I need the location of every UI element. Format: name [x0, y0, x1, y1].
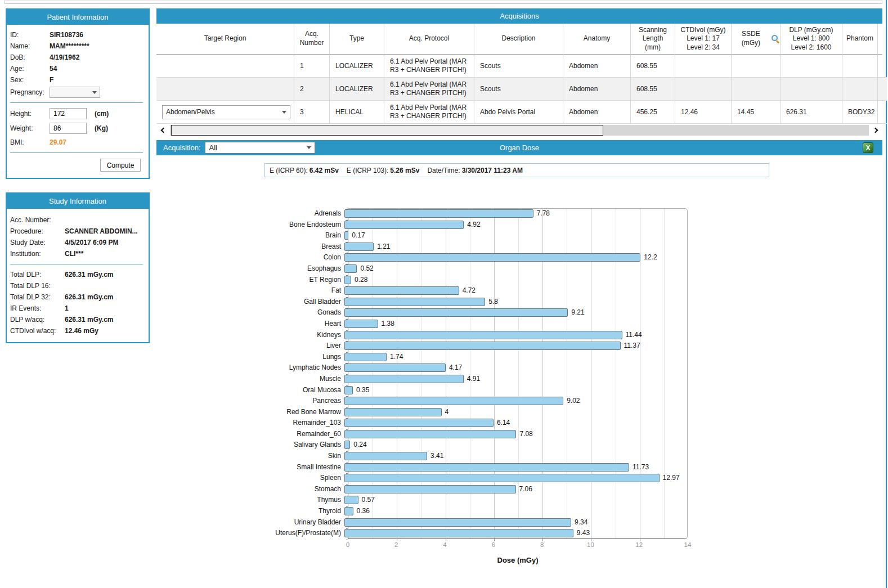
column-header-line: Target Region [204, 34, 246, 43]
acquisition-cell-acq_number: 2 [294, 78, 330, 101]
column-header-line: SSDE (mGy) [733, 30, 769, 47]
chart-bar-track: 0.57 [344, 495, 684, 506]
chart-bar-value: 0.17 [352, 230, 365, 241]
divider [10, 102, 143, 103]
column-header: Anatomy [563, 24, 631, 55]
study-field-row: Total DLP:626.31 mGy.cm [10, 269, 143, 280]
x-axis-tick-label: 6 [486, 541, 501, 548]
column-header-text: Target Region [204, 34, 246, 43]
chart-bar-value: 1.21 [377, 241, 390, 253]
chart-bar [344, 308, 568, 317]
chart-bar [344, 231, 348, 240]
study-field-label: CTDIvol w/acq: [10, 327, 65, 335]
scroll-right-icon[interactable] [873, 128, 878, 133]
chart-category-label: ET Region [246, 275, 344, 286]
chart-category-label: Esophagus [246, 263, 344, 275]
column-header-text: Type [349, 34, 364, 43]
chart-bar-value: 1.74 [390, 352, 403, 363]
chart-bar-track: 6.14 [344, 418, 684, 429]
study-field-row: Acc. Number: [10, 214, 143, 226]
chart-bar [344, 320, 378, 328]
excel-export-icon[interactable]: X [863, 142, 873, 153]
chart-category-label: Adrenals [246, 208, 344, 219]
acquisition-filter-label: Acquisition: [163, 143, 200, 152]
study-field-row: Total DLP 16: [10, 280, 143, 291]
target-region-dropdown[interactable]: Abdomen/Pelvis [162, 105, 290, 119]
acquisition-cell-dlp: 626.31 [781, 101, 842, 124]
study-field-value: 4/5/2017 6:09 PM [65, 239, 118, 246]
chart-bar-value: 0.57 [362, 495, 375, 506]
column-header-text: CTDIvol (mGy)Level 1: 17Level 2: 34 [681, 26, 726, 52]
pregnancy-label: Pregnancy: [10, 88, 50, 96]
x-axis-tick-label: 10 [582, 541, 598, 548]
height-input[interactable] [50, 108, 87, 119]
chart-bar-track: 1.74 [344, 352, 684, 363]
chart-category-label: Lungs [246, 352, 344, 363]
chart-bar [344, 397, 563, 405]
column-header-line: (mm) [639, 43, 667, 52]
chart-category-label: Red Bone Marrow [246, 407, 344, 418]
patient-field-row: Sex:F [10, 74, 143, 86]
height-label: Height: [10, 110, 50, 118]
compute-button[interactable]: Compute [100, 159, 141, 172]
chart-row: ET Region0.28 [246, 275, 691, 286]
study-field-label: Study Date: [10, 239, 65, 246]
chart-bar [344, 496, 358, 504]
study-field-row: Procedure:SCANNER ABDOMIN... [10, 226, 143, 237]
chart-bar-value: 0.36 [357, 506, 370, 517]
chart-category-label: Lymphatic Nodes [246, 362, 344, 374]
column-header-line: Phantom [846, 34, 873, 43]
column-header-text: Acq.Number [300, 30, 324, 47]
column-header: ScanningLength(mm) [631, 24, 675, 55]
horizontal-scrollbar[interactable] [156, 125, 882, 136]
chart-bar [344, 375, 464, 383]
chart-bar [344, 298, 485, 306]
chart-row: Stomach7.06 [246, 484, 691, 495]
x-axis-tick-label: 14 [680, 541, 696, 548]
chart-row: Heart1.38 [246, 318, 691, 330]
column-header-line: Number [300, 39, 324, 48]
magnifier-icon[interactable] [772, 35, 779, 43]
chart-bar [344, 264, 357, 273]
chart-category-label: Heart [246, 318, 344, 330]
chart-bar [344, 286, 459, 295]
study-information-panel: Study Information Acc. Number:Procedure:… [6, 192, 150, 343]
acquisitions-header: Acquisitions [156, 8, 882, 24]
study-field-value: CLI*** [65, 250, 83, 258]
scrollbar-thumb[interactable] [171, 125, 603, 136]
scrollbar-track[interactable] [170, 125, 869, 136]
study-field-label: Total DLP 16: [10, 282, 65, 290]
chart-bar [344, 386, 353, 394]
chart-bar-value: 0.28 [355, 275, 367, 286]
chart-row: Remainder_607.08 [246, 429, 691, 440]
chart-bar-track: 9.02 [344, 396, 684, 407]
chart-bar-track: 3.41 [344, 451, 684, 462]
acquisition-row[interactable]: 1LOCALIZER6.1 Abd Pelv Portal (MAR R3 + … [156, 55, 882, 78]
acquisition-row[interactable]: 2LOCALIZER6.1 Abd Pelv Portal (MAR R3 + … [156, 78, 882, 101]
divider [10, 264, 143, 264]
weight-input[interactable] [50, 123, 87, 134]
chart-bar-track: 9.21 [344, 307, 684, 318]
organ-dose-chart: Adrenals7.78Bone Endosteum4.92Brain0.17B… [246, 208, 691, 539]
patient-field-label: Name: [10, 42, 50, 50]
chart-bar-value: 1.38 [382, 318, 394, 330]
bmi-row: BMI: 29.07 [10, 136, 143, 149]
x-axis-tick-label: 4 [437, 541, 453, 548]
acquisition-row[interactable]: Abdomen/Pelvis3HELICAL6.1 Abd Pelv Porta… [156, 101, 882, 124]
acquisition-cell-anatomy: Abdomen [563, 101, 631, 124]
acquisition-cell-filler [878, 78, 887, 101]
chart-bar-track: 7.06 [344, 484, 684, 495]
pregnancy-dropdown[interactable] [50, 87, 100, 98]
acquisition-cell-protocol: 6.1 Abd Pelv Portal (MAR R3 + CHANGER PI… [384, 55, 474, 78]
chart-bar-track: 11.73 [344, 462, 684, 473]
chart-category-label: Kidneys [246, 330, 344, 341]
acquisition-cell-type: LOCALIZER [330, 55, 384, 78]
column-header: Phantom [842, 24, 878, 55]
column-header-line: Anatomy [584, 34, 610, 43]
scroll-left-icon[interactable] [161, 128, 167, 133]
chart-bar [344, 221, 464, 229]
x-axis-tick-label: 12 [631, 541, 647, 548]
chart-bar-track: 0.52 [344, 263, 684, 275]
acquisition-filter-dropdown[interactable]: All [205, 142, 315, 154]
study-field-value: 626.31 mGy.cm [65, 293, 114, 301]
